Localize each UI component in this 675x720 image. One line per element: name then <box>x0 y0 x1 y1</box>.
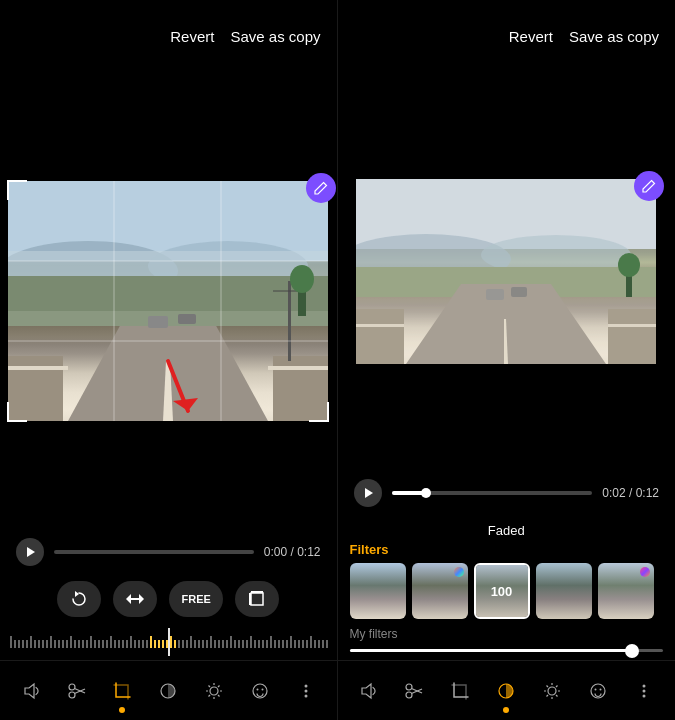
svg-rect-30 <box>251 591 263 593</box>
svg-rect-99 <box>282 640 284 648</box>
svg-rect-58 <box>118 640 120 648</box>
right-crop-button[interactable] <box>442 673 478 709</box>
svg-point-150 <box>406 684 412 690</box>
svg-marker-24 <box>75 591 79 597</box>
svg-point-151 <box>406 692 412 698</box>
svg-rect-59 <box>122 640 124 648</box>
right-filter-button[interactable] <box>488 673 524 709</box>
left-more-button[interactable] <box>288 673 324 709</box>
filter-item-5[interactable] <box>598 563 654 619</box>
crop-tool-button[interactable] <box>235 581 279 617</box>
svg-rect-105 <box>306 640 308 648</box>
right-edit-badge[interactable] <box>634 171 664 201</box>
trim-tool-button[interactable] <box>113 581 157 617</box>
right-play-button[interactable] <box>354 479 382 507</box>
left-revert-button[interactable]: Revert <box>170 28 214 45</box>
svg-rect-78 <box>198 640 200 648</box>
svg-rect-48 <box>78 640 80 648</box>
svg-rect-29 <box>249 593 251 605</box>
svg-rect-57 <box>114 640 116 648</box>
right-progress-thumb <box>421 488 431 498</box>
svg-rect-31 <box>10 636 12 648</box>
svg-rect-9 <box>178 314 196 324</box>
svg-rect-102 <box>294 640 296 648</box>
right-progress-bar[interactable] <box>392 491 593 495</box>
left-save-copy-button[interactable]: Save as copy <box>230 28 320 45</box>
svg-rect-88 <box>238 640 240 648</box>
right-revert-button[interactable]: Revert <box>509 28 553 45</box>
svg-marker-149 <box>362 684 371 698</box>
right-sun-icon <box>542 681 562 701</box>
svg-rect-98 <box>278 640 280 648</box>
right-more-button[interactable] <box>626 673 662 709</box>
svg-point-169 <box>642 694 645 697</box>
left-edit-badge[interactable] <box>306 173 336 203</box>
svg-point-165 <box>595 688 597 690</box>
svg-rect-67 <box>154 640 156 648</box>
svg-rect-82 <box>214 640 216 648</box>
svg-rect-106 <box>310 636 312 648</box>
filter-item-1[interactable] <box>350 563 406 619</box>
svg-point-129 <box>261 688 263 690</box>
free-tool-button[interactable]: FREE <box>169 581 223 617</box>
pencil-icon <box>314 181 328 195</box>
left-cut-button[interactable] <box>59 673 95 709</box>
svg-line-163 <box>556 685 558 687</box>
svg-rect-101 <box>290 636 292 648</box>
filter-slider-knob[interactable] <box>625 644 639 658</box>
rotate-icon <box>70 590 88 608</box>
right-volume-button[interactable] <box>350 673 386 709</box>
more-icon <box>296 681 316 701</box>
svg-rect-44 <box>62 640 64 648</box>
filter-item-4[interactable] <box>536 563 592 619</box>
filter-thumb-road-1 <box>350 563 406 619</box>
svg-rect-47 <box>74 640 76 648</box>
svg-rect-50 <box>86 640 88 648</box>
right-emoji-button[interactable] <box>580 673 616 709</box>
left-emoji-button[interactable] <box>242 673 278 709</box>
left-play-icon <box>27 547 35 557</box>
svg-rect-41 <box>50 636 52 648</box>
right-panel: Revert Save as copy <box>338 0 676 720</box>
svg-line-161 <box>556 695 558 697</box>
svg-rect-91 <box>250 636 252 648</box>
right-playback-row: 0:02 / 0:12 <box>338 471 676 515</box>
svg-rect-40 <box>46 640 48 648</box>
filter-item-faded[interactable]: 100 <box>474 563 530 619</box>
svg-rect-28 <box>251 593 263 605</box>
scissors-icon <box>67 681 87 701</box>
filter-name-label: Faded <box>350 523 664 538</box>
svg-point-168 <box>642 689 645 692</box>
svg-rect-66 <box>150 636 152 648</box>
volume-icon <box>21 681 41 701</box>
left-progress-bar[interactable] <box>54 550 254 554</box>
right-cut-button[interactable] <box>396 673 432 709</box>
svg-rect-85 <box>226 640 228 648</box>
svg-rect-45 <box>66 640 68 648</box>
svg-rect-74 <box>182 640 184 648</box>
svg-line-123 <box>209 685 211 687</box>
left-volume-button[interactable] <box>13 673 49 709</box>
right-adjust-button[interactable] <box>534 673 570 709</box>
left-play-button[interactable] <box>16 538 44 566</box>
left-filter-button[interactable] <box>150 673 186 709</box>
left-crop-button[interactable] <box>104 673 140 709</box>
right-bottom-nav <box>338 660 676 720</box>
rotate-tool-button[interactable] <box>57 581 101 617</box>
svg-rect-72 <box>174 640 176 648</box>
left-timeline-ticks <box>0 626 337 658</box>
svg-rect-52 <box>94 640 96 648</box>
right-video-thumb <box>356 179 656 364</box>
svg-rect-69 <box>162 640 164 648</box>
filter-slider-track[interactable] <box>350 649 664 652</box>
right-save-copy-button[interactable]: Save as copy <box>569 28 659 45</box>
filter-item-2[interactable] <box>412 563 468 619</box>
left-timeline[interactable] <box>0 624 337 660</box>
left-time-label: 0:00 / 0:12 <box>264 545 321 559</box>
filter-slider-row <box>350 647 664 656</box>
svg-rect-146 <box>356 179 656 364</box>
svg-point-118 <box>210 687 218 695</box>
left-adjust-button[interactable] <box>196 673 232 709</box>
svg-rect-53 <box>98 640 100 648</box>
right-volume-icon <box>358 681 378 701</box>
